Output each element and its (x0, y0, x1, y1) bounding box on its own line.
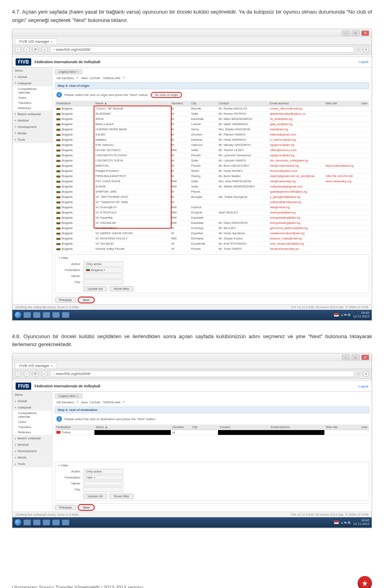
menu-icon[interactable]: ≡ (363, 371, 369, 377)
bookmark-icon[interactable]: ☆ (357, 372, 360, 376)
sidebar-beach[interactable]: ▸Beach volleyball (12, 435, 52, 441)
url-input[interactable]: ▫www.fivb.org/vis2009/ (50, 371, 354, 377)
cell-web[interactable] (324, 137, 360, 142)
taskbar-app[interactable] (52, 312, 60, 318)
close-button[interactable]: ✕ (361, 355, 369, 360)
cell-email[interactable]: vketropole@abv.bg (268, 210, 324, 215)
logout-link[interactable]: Logout (359, 60, 368, 64)
sidebar-media[interactable]: ▸Media (12, 130, 52, 136)
cell-web[interactable] (324, 127, 360, 132)
taskbar-app[interactable] (43, 312, 50, 318)
cell-email[interactable]: info@cskavolley.bg (268, 179, 324, 184)
cell-email[interactable]: y_georgieva@lukoil.bg (268, 194, 324, 199)
table-row[interactable]: BulgariaSLAVIAMWSofiaMr. Stefan DEMERDZH… (55, 184, 369, 189)
sidebar-media[interactable]: ▸Media (12, 454, 52, 460)
cell-email[interactable]: info@voleymaritza.bg (268, 163, 324, 168)
table-row[interactable]: BulgariaKALBOMShumenMr. Plamen IVANOVkal… (55, 132, 369, 137)
sidebar-item[interactable]: Referees (12, 106, 52, 111)
minimize-button[interactable]: — (342, 30, 350, 36)
taskbar-app[interactable] (33, 312, 40, 318)
back-button[interactable]: ‹ (15, 46, 21, 53)
maximize-button[interactable]: ▭ (352, 355, 360, 360)
cell-email[interactable]: marakunionvkoni@abv.bg (268, 231, 324, 236)
sidebar-global[interactable]: ▸Global (12, 74, 52, 80)
lang-flag-icon[interactable] (334, 313, 339, 317)
cell-web[interactable] (324, 236, 360, 241)
table-row[interactable]: BulgariaKaliakraMKavarnaMr. Hristo MARIN… (55, 137, 369, 142)
sidebar-development[interactable]: ▸Development (12, 448, 52, 454)
table-row[interactable]: BulgariaPVC CSKA SOFIAMWSofiaMrs. Inna P… (55, 179, 369, 184)
city-input[interactable] (83, 279, 123, 285)
name-input[interactable] (83, 481, 123, 486)
cell-email[interactable]: kalbold@gmail.com (268, 132, 324, 137)
close-icon[interactable]: ✕ (76, 395, 79, 397)
forward-button[interactable]: › (24, 46, 30, 53)
cell-web[interactable]: www.cskavolley.org (324, 179, 360, 184)
col-contact[interactable]: Contact (218, 425, 269, 430)
cell-email[interactable]: info@victoriavolley.eu (268, 246, 324, 251)
no-club-button[interactable]: No club of origin (151, 92, 182, 98)
start-icon[interactable] (15, 519, 21, 526)
prev-button[interactable]: Previous (55, 297, 76, 303)
col-genders[interactable]: Genders (171, 425, 191, 430)
sidebar-volleyball[interactable]: ▾Volleyball (12, 80, 52, 86)
cell-email[interactable]: roman_nikolov@mail.bg (268, 106, 324, 111)
cell-email[interactable]: vkpirin@gmail.com vk_pirin@mai (268, 173, 324, 179)
table-row[interactable]: BulgariaVC KazanlakMWKazanlakenergotradi… (55, 215, 369, 220)
reset-button[interactable]: Reset filter (110, 494, 134, 499)
cell-email[interactable]: bask@abv.bg (268, 127, 324, 132)
cell-web[interactable] (324, 116, 360, 122)
taskbar-app[interactable] (62, 312, 69, 318)
sidebar-tools[interactable]: ▸Tools (12, 137, 52, 143)
table-row[interactable]: BulgariaCHERNO MORE BASKMVarnaMrs. Radka… (55, 127, 369, 132)
cell-web[interactable] (324, 168, 360, 173)
tray-icons[interactable]: ▴ 🕪 🖧 (341, 313, 351, 317)
cell-web[interactable] (324, 106, 360, 111)
bookmark-icon[interactable]: ☆ (357, 47, 360, 52)
table-row[interactable]: BulgariaVC KOZLODUYMKozloduyMr. Ilia ILI… (55, 225, 369, 231)
filter-head[interactable]: ▾ Filter (58, 464, 366, 468)
col-genders[interactable]: Genders (170, 101, 190, 106)
table-row[interactable]: BulgariaVC MAREK UNION IVKONIMDupnitsaMr… (55, 231, 369, 236)
col-email[interactable]: Email address (268, 101, 324, 106)
fed-select[interactable]: <all> ▾ (83, 475, 123, 480)
sidebar-volleyball[interactable]: ▾Volleyball (12, 405, 52, 411)
table-row[interactable]: BulgariaLEVSKI SICONCOMWSofiaMr. Tihomir… (55, 147, 369, 153)
cell-email[interactable]: office@siconco.com (268, 147, 324, 153)
cell-email[interactable]: genoveva_lipetrova@abv.bg (268, 225, 324, 231)
cell-web[interactable] (324, 111, 360, 116)
cell-web[interactable] (324, 142, 360, 147)
table-row[interactable]: BulgariaKVK GabrovoMGabrovoMr. Nikolay G… (55, 142, 369, 147)
cell-email[interactable]: energotrading@abv.bg (268, 220, 324, 225)
col-user[interactable]: User (360, 101, 369, 106)
col-user[interactable]: User (360, 425, 369, 430)
col-contact[interactable]: Contact (217, 101, 268, 106)
cell-web[interactable] (324, 158, 360, 163)
sidebar-tools[interactable]: ▸Tools (12, 461, 52, 467)
cell-email[interactable]: volleyslavija@gmail.com (268, 184, 324, 189)
lang-flag-icon[interactable] (334, 521, 339, 524)
browser-tab[interactable]: FIVB VIS manager ✕ (15, 363, 57, 369)
logout-link[interactable]: Logout (359, 385, 368, 388)
table-row[interactable]: BulgariaVictoria Volley PlovdivWPlovdivM… (55, 246, 369, 251)
cell-web[interactable] (324, 194, 360, 199)
col-name[interactable]: Name ▲ (94, 425, 171, 430)
crumb-b[interactable]: New: 131546 - TARKALANI (81, 401, 120, 404)
table-row[interactable]: BulgariaVC "Septemvri 90" SofiaWvolleyba… (55, 199, 369, 205)
cell-web[interactable] (324, 122, 360, 127)
taskbar-app[interactable] (43, 520, 50, 525)
menu-icon[interactable]: ≡ (363, 46, 369, 53)
maximize-button[interactable]: ▭ (352, 30, 360, 36)
city-input[interactable] (83, 487, 123, 492)
sidebar-item[interactable]: Clubs (12, 95, 52, 100)
taskbar-app[interactable] (33, 520, 40, 525)
taskbar-app[interactable] (62, 520, 69, 525)
cell-email[interactable]: ngrigorov@abv.bg (268, 153, 324, 158)
table-row[interactable]: BulgariaMARITZAWPlovdivMr. Boris HALATCH… (55, 163, 369, 168)
table-row[interactable]: BulgariaVC Dobrudja 07MWDobrichvkla@vind… (55, 205, 369, 210)
cell-web[interactable] (324, 225, 360, 231)
minimize-button[interactable]: — (342, 355, 350, 360)
col-website[interactable]: Web site (324, 101, 360, 106)
table-row[interactable]: BulgariaPIRIN BALKANSTROYMRazlogMr. Bori… (55, 173, 369, 179)
cell-web[interactable] (324, 246, 360, 251)
